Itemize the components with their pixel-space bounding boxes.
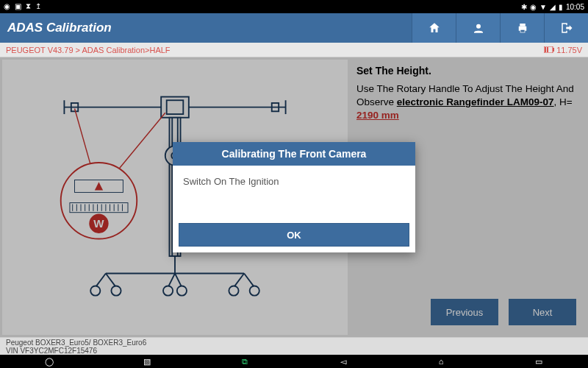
breadcrumb-path: PEUGEOT V43.79 > ADAS Calibration>HALF — [6, 46, 171, 54]
app-bar: ADAS Calibration — [0, 13, 588, 43]
status-footer: Peugeot BOXER3_Euro5/ BOXER3_Euro6 VIN V… — [0, 337, 588, 355]
svg-point-0 — [476, 24, 481, 29]
nav-recent[interactable]: ▭ — [490, 355, 588, 368]
home-button[interactable] — [412, 13, 456, 43]
nav-back[interactable]: ◅ — [294, 355, 392, 368]
vehicle-model: Peugeot BOXER3_Euro5/ BOXER3_Euro6 — [6, 339, 582, 347]
battery-icon — [544, 46, 554, 53]
svg-rect-6 — [545, 47, 546, 52]
nav-gallery[interactable]: ▧ — [98, 355, 196, 368]
main-content: W Set The Height. Use The Rotary Handle … — [0, 57, 588, 337]
nav-diagnostic[interactable]: ⧉ — [196, 355, 294, 368]
nav-browser[interactable]: ◯ — [0, 355, 98, 368]
upload-icon: ↥ — [35, 2, 41, 11]
bluetooth-icon: ✱ — [521, 3, 527, 11]
svg-rect-2 — [520, 24, 526, 26]
svg-rect-3 — [520, 29, 525, 32]
download-icon: ⧗ — [26, 2, 31, 11]
svg-rect-5 — [553, 48, 554, 52]
wifi-icon: ▼ — [539, 3, 547, 11]
voltage-indicator: 11.75V — [544, 46, 582, 54]
dialog: Calibrating The Front Camera Switch On T… — [173, 142, 415, 252]
breadcrumb: PEUGEOT V43.79 > ADAS Calibration>HALF 1… — [0, 43, 588, 57]
battery-icon: ▮ — [559, 3, 563, 11]
app-title: ADAS Calibration — [0, 21, 412, 35]
home-icon — [428, 21, 441, 35]
android-statusbar: ◉ ▣ ⧗ ↥ ✱ ◉ ▼ ◢ ▮ 10:05 — [0, 0, 588, 13]
headset-icon — [472, 21, 485, 35]
nav-home[interactable]: ⌂ — [392, 355, 490, 368]
exit-button[interactable] — [544, 13, 588, 43]
vin: VIN VF3YC2MFC12F15476 — [6, 347, 582, 355]
signal-icon: ◢ — [550, 3, 556, 11]
svg-rect-7 — [547, 47, 548, 52]
modal-overlay: Calibrating The Front Camera Switch On T… — [0, 57, 588, 337]
android-navbar: ◯ ▧ ⧉ ◅ ⌂ ▭ — [0, 355, 588, 368]
print-icon — [516, 21, 529, 35]
support-button[interactable] — [456, 13, 500, 43]
print-button[interactable] — [500, 13, 544, 43]
exit-icon — [560, 21, 573, 35]
dialog-title: Calibrating The Front Camera — [173, 142, 415, 166]
sync-icon: ◉ — [530, 3, 537, 11]
gallery-icon: ▣ — [15, 2, 21, 11]
app-icon: ◉ — [4, 2, 10, 11]
dialog-body: Switch On The Ignition — [173, 166, 415, 217]
clock: 10:05 — [566, 3, 584, 11]
ok-button[interactable]: OK — [179, 223, 409, 247]
